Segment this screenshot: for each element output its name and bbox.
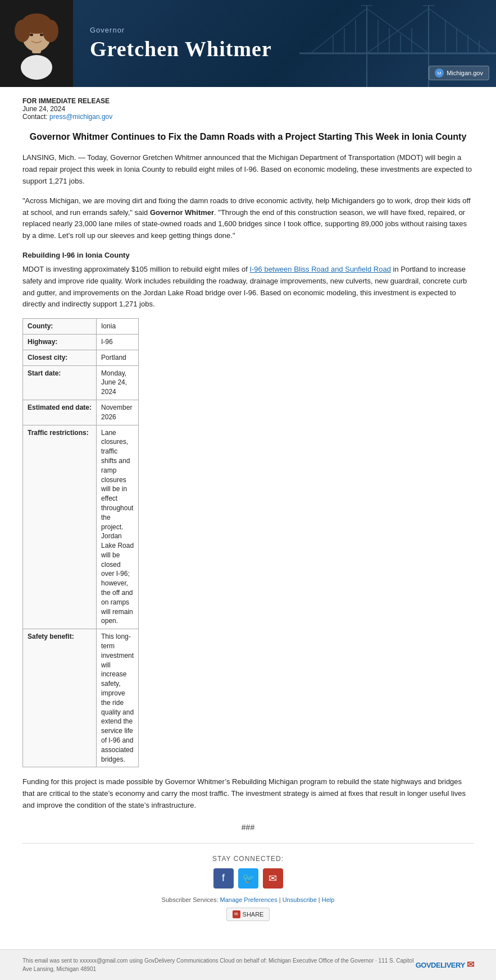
contact-email-link[interactable]: press@michigan.gov (49, 113, 112, 121)
svg-line-17 (429, 8, 490, 53)
governor-photo (0, 0, 73, 87)
table-label: Start date: (23, 365, 97, 400)
michigan-logo: M (435, 68, 444, 77)
project-info-table: County: Ionia Highway: I-96 Closest city… (22, 318, 139, 767)
share-icon: ✉ (233, 910, 240, 918)
governor-photo-svg (0, 0, 73, 87)
table-label: Estimated end date: (23, 400, 97, 425)
share-button[interactable]: ✉ SHARE (226, 908, 270, 921)
svg-point-6 (15, 20, 30, 42)
michigan-badge: M Michigan.gov (429, 66, 489, 80)
table-row: Closest city: Portland (23, 350, 139, 365)
table-value: Portland (97, 350, 139, 365)
table-value: Ionia (97, 319, 139, 335)
quote-paragraph: "Across Michigan, we are moving dirt and… (22, 195, 474, 242)
help-link[interactable]: Help (322, 896, 335, 903)
table-value: November 2026 (97, 400, 139, 425)
table-value: Lane closures, traffic shifts and ramp c… (97, 425, 139, 629)
stay-connected-label: STAY CONNECTED: (22, 855, 474, 863)
table-label: Traffic restrictions: (23, 425, 97, 629)
govdelivery-label: GOVDELIVERY (416, 961, 465, 969)
release-contact: Contact: press@michigan.gov (22, 113, 474, 121)
table-row: Start date: Monday, June 24, 2024 (23, 365, 139, 400)
svg-point-7 (43, 20, 58, 42)
table-row: Estimated end date: November 2026 (23, 400, 139, 425)
section-title: Rebuilding I-96 in Ionia County (22, 251, 474, 259)
table-value: This long-term investment will increase … (97, 629, 139, 767)
svg-line-14 (311, 8, 367, 53)
release-label: FOR IMMEDIATE RELEASE (22, 97, 474, 105)
release-info: FOR IMMEDIATE RELEASE June 24, 2024 Cont… (22, 97, 474, 121)
svg-point-2 (21, 55, 52, 80)
main-content: FOR IMMEDIATE RELEASE June 24, 2024 Cont… (0, 87, 496, 949)
table-row: County: Ionia (23, 319, 139, 335)
svg-point-8 (30, 34, 33, 36)
email-social-icon[interactable]: ✉ (263, 868, 283, 889)
desc-paragraph: MDOT is investing approximately $105 mil… (22, 264, 474, 310)
table-label: Closest city: (23, 350, 97, 365)
governor-name-bold: Governor Whitmer (150, 208, 214, 217)
page-header: Governor Gretchen Whitmer (0, 0, 496, 87)
table-value: I-96 (97, 334, 139, 350)
table-label: Highway: (23, 334, 97, 350)
table-row: Highway: I-96 (23, 334, 139, 350)
footer-legal-text: This email was sent to xxxxxx@gmail.com … (22, 956, 416, 973)
svg-point-9 (40, 34, 43, 36)
share-label: SHARE (243, 911, 264, 918)
facebook-icon[interactable]: f (213, 868, 234, 889)
contact-label: Contact: (22, 113, 48, 121)
table-label: County: (23, 319, 97, 335)
unsubscribe-link[interactable]: Unsubscribe (283, 896, 317, 903)
release-date: June 24, 2024 (22, 105, 474, 113)
table-row: Safety benefit: This long-term investmen… (23, 629, 139, 767)
footer-paragraph: Funding for this project is made possibl… (22, 776, 474, 811)
road-link[interactable]: I-96 between Bliss Road and Sunfield Roa… (249, 265, 391, 273)
govdelivery-logo: GOVDELIVERY ✉ (416, 959, 474, 970)
subscriber-label: Subscriber Services: (162, 896, 219, 903)
manage-preferences-link[interactable]: Manage Preferences (220, 896, 277, 903)
subscriber-services: Subscriber Services: Manage Preferences … (22, 896, 474, 903)
separator: ### (22, 823, 474, 832)
twitter-icon[interactable]: 🐦 (238, 868, 258, 889)
intro-paragraph: LANSING, Mich. — Today, Governor Gretche… (22, 152, 474, 187)
table-value: Monday, June 24, 2024 (97, 365, 139, 400)
govdelivery-icon: ✉ (467, 960, 474, 969)
article-title: Governor Whitmer Continues to Fix the Da… (22, 131, 474, 143)
table-row: Traffic restrictions: Lane closures, tra… (23, 425, 139, 629)
stay-connected-section: STAY CONNECTED: f 🐦 ✉ Subscriber Service… (22, 843, 474, 938)
social-icons-group: f 🐦 ✉ (22, 868, 474, 889)
michigan-label: Michigan.gov (447, 70, 483, 76)
table-label: Safety benefit: (23, 629, 97, 767)
page-footer: This email was sent to xxxxxx@gmail.com … (0, 949, 496, 980)
